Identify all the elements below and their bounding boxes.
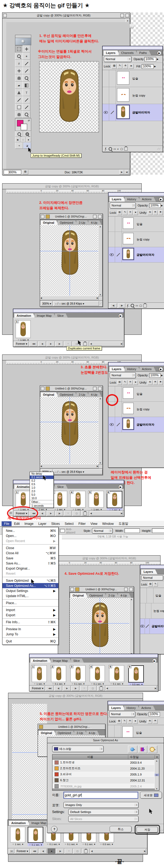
layer-row[interactable]: 눈썹 copy: [140, 603, 164, 619]
unify-style-icon[interactable]: ❖: [158, 211, 163, 215]
next-frame-icon[interactable]: |▶: [72, 686, 79, 691]
layer-thumbnail[interactable]: [117, 105, 129, 119]
next-frame-icon[interactable]: |▶: [55, 511, 63, 516]
menu-item-save-optimized-as-[interactable]: Save Optimized As...⌥⇧⌘S: [2, 583, 58, 588]
stop-icon[interactable]: ■: [48, 848, 55, 854]
delay-option[interactable]: 10.0: [30, 497, 53, 500]
standard-mode-icon[interactable]: [15, 131, 23, 137]
menubar-item-filter[interactable]: Filter: [76, 521, 88, 526]
tab-layers[interactable]: Layers: [110, 196, 126, 202]
layer-name[interactable]: 금발머리여자: [130, 104, 150, 121]
visibility-toggle[interactable]: [108, 232, 115, 247]
link-toggle[interactable]: [109, 87, 116, 104]
delay-option[interactable]: 0.2: [30, 479, 53, 483]
tab-4up[interactable]: 4-Up: [86, 730, 99, 735]
menu-item-import[interactable]: Import▶: [2, 607, 58, 613]
list-scrollbar[interactable]: ▲▤▼: [154, 760, 159, 790]
height-field[interactable]: [152, 528, 164, 533]
visibility-eye-icon[interactable]: [140, 619, 145, 634]
prev-frame-icon[interactable]: ◀|: [54, 686, 62, 691]
layer-row[interactable]: 입술: [102, 70, 163, 87]
menubar-item-도움말[interactable]: 도움말: [116, 521, 131, 526]
animation-frame[interactable]: 5⁘ 0.1 sec. ▾: [109, 665, 124, 685]
tab-optimized[interactable]: Optimized: [57, 392, 78, 397]
layer-thumbnail[interactable]: [117, 71, 129, 85]
menu-item-save-as-[interactable]: Save As...⇧⌘S: [2, 561, 58, 566]
tool-history-brush-icon[interactable]: [23, 74, 30, 82]
tool-brush-icon[interactable]: [23, 67, 30, 74]
brush-icon[interactable]: [145, 619, 150, 634]
layer-thumbnail[interactable]: [123, 388, 134, 399]
layer-row[interactable]: 눈썹 copy: [108, 232, 164, 247]
fill-slider-icon[interactable]: ▶: [154, 65, 156, 68]
zoom-level[interactable]: 300%: [3, 170, 21, 175]
delete-frame-icon[interactable]: [81, 511, 89, 516]
layer-row[interactable]: 금발머리여자: [108, 247, 164, 262]
layer-name[interactable]: 입술: [154, 588, 161, 603]
delete-frame-icon[interactable]: [81, 341, 89, 346]
layer-name[interactable]: 금발머리여자: [135, 247, 154, 262]
duplicate-frame-icon[interactable]: ▢: [73, 511, 80, 516]
adjustment-layer-icon[interactable]: ◐: [117, 148, 119, 150]
file-row[interactable]: 3.피규어2005.1.9: [52, 772, 155, 777]
layer-style-icon[interactable]: ƒ.: [127, 304, 129, 308]
location-select[interactable]: 데스크탑▲▼: [52, 746, 104, 752]
delay-option[interactable]: 5.0: [30, 493, 53, 497]
zoom-box-icon[interactable]: [93, 215, 96, 218]
link-toggle[interactable]: [115, 216, 122, 231]
file-row[interactable]: 2.토마토토이즈2004.11.20: [52, 766, 155, 772]
rewind-icon[interactable]: ◀◀: [30, 848, 38, 854]
tool-lasso-icon[interactable]: [15, 53, 23, 60]
new-set-icon[interactable]: ▭: [114, 148, 116, 150]
tool-pen-icon[interactable]: [15, 96, 23, 103]
tool-path-select-icon[interactable]: [15, 89, 23, 96]
lock-all-icon[interactable]: 🔒︎: [133, 211, 138, 215]
delay-option[interactable]: 0.1 seconds: [30, 475, 53, 479]
new-layer-icon[interactable]: ▢: [120, 148, 123, 150]
delete-frame-icon[interactable]: [82, 848, 90, 854]
layer-row[interactable]: 금발머리여자: [140, 619, 164, 634]
screen-mode-standard-icon[interactable]: ▣: [15, 137, 20, 142]
vertical-scrollbar[interactable]: ▲▼: [98, 225, 102, 296]
screen-mode-fullbar-icon[interactable]: ■: [26, 137, 31, 142]
tab-history[interactable]: History: [124, 196, 140, 202]
animation-frame[interactable]: 3⁘ 1 sec. ▾: [52, 491, 68, 511]
export-icon[interactable]: ➔: [15, 142, 23, 149]
palette-grip[interactable]: [15, 35, 31, 38]
menu-item-export[interactable]: Export▶: [2, 613, 58, 618]
animation-frame[interactable]: 1⁘ 1 sec. ▾: [15, 320, 31, 341]
visibility-toggle[interactable]: [102, 70, 109, 87]
tab-history[interactable]: History: [124, 366, 140, 371]
blend-mode-select[interactable]: Normal▲▼: [104, 56, 131, 62]
palette-menu-icon[interactable]: ▶: [159, 197, 163, 202]
status-arrow2-icon[interactable]: ◀: [124, 170, 129, 175]
tab-paths[interactable]: Paths: [137, 50, 151, 55]
tab-animation[interactable]: Animation: [9, 820, 30, 826]
settings-select[interactable]: Default Settings▲▼: [68, 809, 138, 815]
unify-position-icon[interactable]: ⧉: [148, 211, 153, 215]
animation-frame[interactable]: 6⁘ 1 sec. ▾: [107, 491, 122, 512]
menubar-item-window[interactable]: Window: [100, 521, 116, 526]
layer-thumbnail[interactable]: [123, 248, 134, 259]
lock-paint-icon[interactable]: ✎: [123, 211, 127, 215]
resize-grip-icon[interactable]: ⟋⟋: [160, 829, 163, 832]
next-frame-icon[interactable]: |▶: [56, 848, 64, 854]
jump-to-imageready-button[interactable]: ◪: [23, 142, 31, 149]
layer-row[interactable]: 입술: [108, 216, 164, 232]
tool-crop-icon[interactable]: #: [15, 60, 23, 67]
opacity-slider-icon[interactable]: ▶: [157, 58, 158, 60]
menu-item-output-settings[interactable]: Output Settings▶: [2, 588, 58, 593]
animation-frame[interactable]: 3⁘ 0.1 sec. ▾: [70, 665, 86, 685]
tool-clone-stamp-icon[interactable]: [15, 74, 23, 82]
layer-row[interactable]: 눈썹 copy: [102, 87, 163, 104]
menubar-item-file[interactable]: File: [2, 521, 11, 526]
rewind-icon[interactable]: ◀◀: [46, 686, 53, 691]
shortcuts-button[interactable]: ▾: [128, 746, 137, 753]
column-name[interactable]: 이름: [52, 755, 128, 759]
tab-2up[interactable]: 2-Up: [76, 392, 89, 397]
palette-titlebar[interactable]: [102, 46, 163, 50]
lock-transparency-icon[interactable]: ▨: [112, 64, 117, 69]
column-date[interactable]: 수정일: [128, 755, 155, 759]
unify-visibility-icon[interactable]: 👁︎: [153, 211, 158, 215]
doc-canvas[interactable]: [40, 225, 99, 296]
